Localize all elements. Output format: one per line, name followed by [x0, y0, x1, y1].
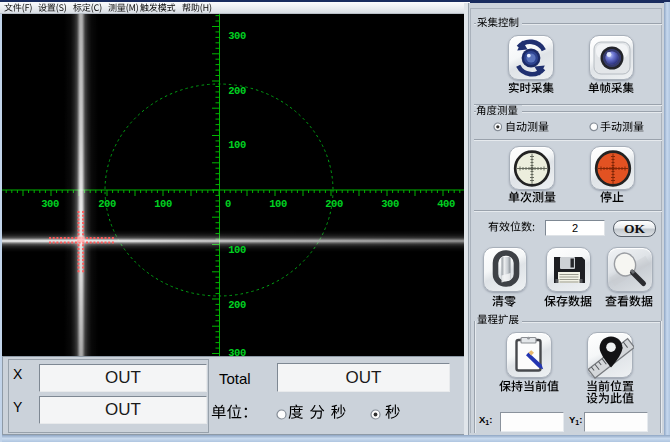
svg-text:200: 200 [228, 85, 246, 97]
svg-text:100: 100 [228, 244, 246, 256]
svg-text:300: 300 [228, 347, 246, 356]
svg-text:200: 200 [325, 198, 343, 210]
svg-text:400: 400 [437, 198, 455, 210]
svg-text:300: 300 [381, 198, 399, 210]
svg-text:300: 300 [41, 198, 59, 210]
svg-text:300: 300 [228, 30, 246, 42]
svg-text:200: 200 [228, 299, 246, 311]
svg-text:100: 100 [269, 198, 287, 210]
svg-text:200: 200 [98, 198, 116, 210]
svg-text:100: 100 [154, 198, 172, 210]
svg-text:100: 100 [228, 139, 246, 151]
svg-text:0: 0 [225, 198, 231, 210]
